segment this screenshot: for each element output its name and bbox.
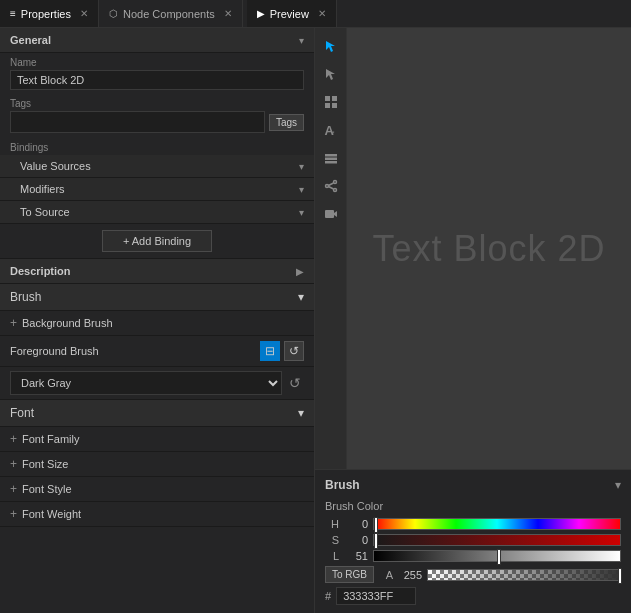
color-refresh-button[interactable]: ↺ [286, 375, 304, 391]
layers-tool-button[interactable] [319, 146, 343, 170]
select-tool-button[interactable] [319, 62, 343, 86]
svg-rect-6 [325, 161, 337, 164]
l-slider-row: L 51 [325, 550, 621, 562]
value-sources-header[interactable]: Value Sources ▾ [0, 155, 314, 177]
background-brush-label: Background Brush [22, 317, 113, 329]
svg-rect-3 [332, 103, 337, 108]
font-family-label: Font Family [22, 433, 79, 445]
share-tool-button[interactable] [319, 174, 343, 198]
tab-preview[interactable]: ▶ Preview ✕ [247, 0, 337, 27]
main-layout: General ▾ Name Text Block 2D Tags Tags B… [0, 28, 631, 613]
to-rgb-row: To RGB A 255 [325, 566, 621, 583]
node-components-icon: ⬡ [109, 8, 118, 19]
foreground-brush-icons: ⊟ ↺ [260, 341, 304, 361]
name-value[interactable]: Text Block 2D [10, 70, 304, 90]
background-brush-row[interactable]: + Background Brush [0, 311, 314, 336]
to-source-label: To Source [20, 206, 70, 218]
font-family-row[interactable]: + Font Family [0, 427, 314, 452]
foreground-brush-label: Foreground Brush [10, 345, 99, 357]
svg-rect-12 [325, 210, 334, 218]
brush-reset-icon[interactable]: ↺ [284, 341, 304, 361]
text-tool-button[interactable]: A * [319, 118, 343, 142]
to-source-chevron: ▾ [299, 207, 304, 218]
add-binding-button[interactable]: + Add Binding [102, 230, 212, 252]
s-value: 0 [344, 534, 368, 546]
value-sources-label: Value Sources [20, 160, 91, 172]
brush-panel-title: Brush [325, 478, 360, 492]
font-weight-row[interactable]: + Font Weight [0, 502, 314, 527]
tab-node-components[interactable]: ⬡ Node Components ✕ [99, 0, 243, 27]
brush-section-header[interactable]: Brush ▾ [0, 284, 314, 311]
modifiers-section: Modifiers ▾ [0, 178, 314, 201]
font-size-row[interactable]: + Font Size [0, 452, 314, 477]
font-chevron: ▾ [298, 406, 304, 420]
tab-properties-label: Properties [21, 8, 71, 20]
add-binding-row: + Add Binding [0, 224, 314, 259]
general-label: General [10, 34, 51, 46]
svg-point-8 [325, 185, 328, 188]
h-slider-row: H 0 [325, 518, 621, 530]
l-label: L [325, 550, 339, 562]
svg-rect-4 [325, 154, 337, 157]
font-family-plus: + [10, 432, 17, 446]
video-tool-button[interactable] [319, 202, 343, 226]
h-slider[interactable] [373, 518, 621, 530]
font-section-header[interactable]: Font ▾ [0, 400, 314, 427]
tab-node-components-close[interactable]: ✕ [224, 8, 232, 19]
tags-button[interactable]: Tags [269, 114, 304, 131]
brush-color-label: Brush Color [325, 500, 621, 512]
font-weight-plus: + [10, 507, 17, 521]
properties-icon: ≡ [10, 8, 16, 19]
tab-bar: ≡ Properties ✕ ⬡ Node Components ✕ ▶ Pre… [0, 0, 631, 28]
font-style-row[interactable]: + Font Style [0, 477, 314, 502]
font-size-plus: + [10, 457, 17, 471]
to-source-header[interactable]: To Source ▾ [0, 201, 314, 223]
s-slider-row: S 0 [325, 534, 621, 546]
preview-text: Text Block 2D [372, 228, 605, 270]
font-weight-label: Font Weight [22, 508, 81, 520]
tab-node-components-label: Node Components [123, 8, 215, 20]
a-slider[interactable] [427, 569, 621, 581]
font-label: Font [10, 406, 34, 420]
grid-tool-button[interactable] [319, 90, 343, 114]
a-value: 255 [398, 569, 422, 581]
tab-properties-close[interactable]: ✕ [80, 8, 88, 19]
hex-row: # 333333FF [325, 587, 621, 605]
h-label: H [325, 518, 339, 530]
l-slider[interactable] [373, 550, 621, 562]
bindings-label: Bindings [0, 137, 314, 155]
brush-panel-chevron[interactable]: ▾ [615, 478, 621, 492]
brush-mode-icon[interactable]: ⊟ [260, 341, 280, 361]
preview-area: A * [315, 28, 631, 469]
s-slider[interactable] [373, 534, 621, 546]
color-dropdown-row: Dark Gray ↺ [0, 367, 314, 400]
color-dropdown[interactable]: Dark Gray [10, 371, 282, 395]
font-style-label: Font Style [22, 483, 72, 495]
l-value: 51 [344, 550, 368, 562]
tab-properties[interactable]: ≡ Properties ✕ [0, 0, 99, 27]
modifiers-header[interactable]: Modifiers ▾ [0, 178, 314, 200]
to-rgb-button[interactable]: To RGB [325, 566, 374, 583]
to-source-section: To Source ▾ [0, 201, 314, 224]
modifiers-chevron: ▾ [299, 184, 304, 195]
cursor-tool-button[interactable] [319, 34, 343, 58]
description-label: Description [10, 265, 71, 277]
brush-panel-header: Brush ▾ [325, 478, 621, 492]
preview-toolbar: A * [315, 28, 347, 469]
brush-label: Brush [10, 290, 41, 304]
svg-rect-2 [325, 103, 330, 108]
svg-point-9 [333, 189, 336, 192]
hex-label: # [325, 590, 331, 602]
tags-row: Tags Tags [0, 94, 314, 137]
description-section[interactable]: Description ▶ [0, 259, 314, 284]
brush-chevron: ▾ [298, 290, 304, 304]
svg-rect-1 [332, 96, 337, 101]
general-section-header[interactable]: General ▾ [0, 28, 314, 53]
hex-input[interactable]: 333333FF [336, 587, 416, 605]
modifiers-label: Modifiers [20, 183, 65, 195]
description-chevron: ▶ [296, 266, 304, 277]
tab-preview-label: Preview [270, 8, 309, 20]
left-panel: General ▾ Name Text Block 2D Tags Tags B… [0, 28, 315, 613]
tags-input[interactable] [10, 111, 265, 133]
tab-preview-close[interactable]: ✕ [318, 8, 326, 19]
